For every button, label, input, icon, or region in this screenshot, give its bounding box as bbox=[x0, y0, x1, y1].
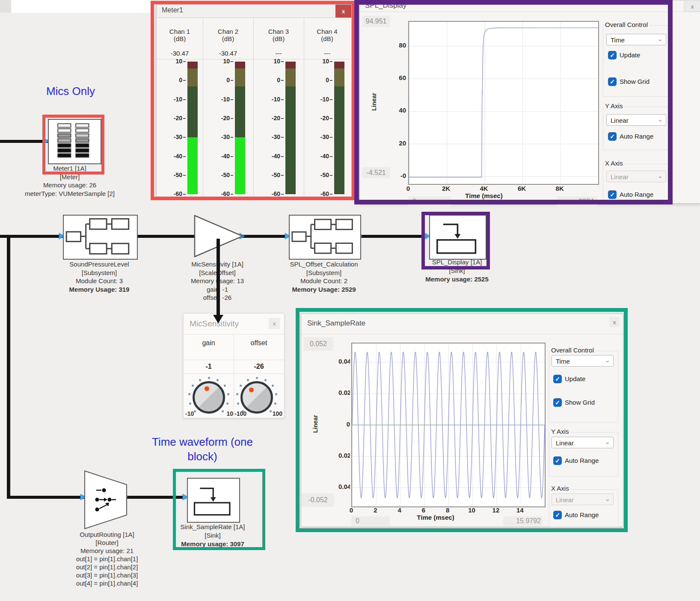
sink-plot-area[interactable] bbox=[351, 343, 546, 507]
meter-bar-channel-3: 100-10-20-30-40-50-60 bbox=[261, 58, 296, 197]
block-spl-labels: SoundPressureLevel [Subsystem] Module Co… bbox=[48, 260, 151, 293]
subsystem-icon bbox=[64, 216, 135, 257]
sink-domain-value: Time bbox=[556, 358, 570, 365]
block-sink-name: Sink_SampleRate [1A] bbox=[166, 523, 260, 531]
block-routing-out2: out[2] = pin[1].chan[2] bbox=[51, 563, 163, 571]
spl-window-title: SPL_Display bbox=[365, 1, 406, 10]
gain-min-label: -10 bbox=[185, 410, 194, 417]
block-offset-labels: SPL_Offset_Calculation [Subsystem] Modul… bbox=[268, 260, 380, 293]
block-routing-out4: out[4] = pin[1].chan[4] bbox=[51, 579, 163, 587]
sink-domain-dropdown[interactable]: Time ⌄ bbox=[552, 355, 614, 367]
gain-value: -1 bbox=[184, 360, 234, 373]
router-icon bbox=[84, 471, 127, 529]
meter1-window: Meter1 x Chan 1 (dB) Chan 2 (dB) Chan 3 … bbox=[156, 4, 352, 197]
channel-3-unit: (dB) bbox=[253, 35, 304, 42]
spl-showgrid-label: Show Grid bbox=[620, 77, 650, 86]
sink-icon bbox=[188, 479, 237, 520]
sink-y-axis-label: Linear bbox=[312, 411, 319, 437]
spl-display-window: SPL_Display x 94.951 -4.521 Linear 80604… bbox=[359, 0, 700, 204]
meter1-close-button[interactable]: x bbox=[335, 5, 351, 18]
spl-y-scale-dropdown[interactable]: Linear ⌄ bbox=[606, 114, 666, 126]
spl-y-autorange-checkbox[interactable] bbox=[608, 132, 617, 141]
block-display-memory: Memory usage: 2525 bbox=[410, 275, 504, 284]
block-display-labels: SPL_Display [1A] [Sink] Memory usage: 25… bbox=[410, 258, 504, 284]
block-offset-type: [Subsystem] bbox=[268, 269, 380, 277]
sink-x-autorange-label: Auto Range bbox=[565, 511, 599, 519]
block-meter1-metertype: meterType: VUMeterSample [2] bbox=[10, 189, 130, 198]
sink-icon bbox=[430, 216, 484, 257]
meter-bar-channel-1: 100-10-20-30-40-50-60 bbox=[163, 58, 198, 197]
sink-x-autorange-checkbox[interactable] bbox=[553, 511, 562, 519]
sink-y-autorange-checkbox[interactable] bbox=[553, 456, 562, 465]
sink-update-checkbox[interactable] bbox=[553, 375, 562, 383]
channel-1-unit: (dB) bbox=[157, 35, 203, 42]
meter-bar-channel-4: 100-10-20-30-40-50-60 bbox=[310, 58, 344, 197]
chevron-down-icon: ⌄ bbox=[657, 170, 663, 181]
block-display-type: [Sink] bbox=[410, 266, 504, 275]
sink-x-axis-group-label: X Axis bbox=[550, 485, 570, 492]
spl-y-ticks: 80604020-0 bbox=[385, 21, 406, 183]
offset-column-header: offset bbox=[234, 339, 284, 347]
block-spl-type: [Subsystem] bbox=[48, 269, 151, 277]
chevron-down-icon: ⌄ bbox=[605, 354, 610, 366]
chevron-down-icon: ⌄ bbox=[657, 33, 663, 44]
sink-x-scale-dropdown[interactable]: Linear ⌄ bbox=[552, 494, 614, 505]
spl-y-axis-label: Linear bbox=[371, 89, 377, 115]
block-routing-name: OutputRouting [1A] bbox=[51, 530, 163, 539]
block-spl-offset-calculation[interactable] bbox=[289, 215, 361, 260]
sink-y-axis-group-label: Y Axis bbox=[550, 428, 570, 435]
sink-y-scale-dropdown[interactable]: Linear ⌄ bbox=[552, 437, 614, 448]
wire-to-meter1 bbox=[0, 140, 48, 143]
gain-column-header: gain bbox=[184, 339, 234, 347]
block-offset-module-count: Module Count: 2 bbox=[268, 277, 380, 285]
spl-x-scale-value: Linear bbox=[611, 173, 629, 181]
channel-4-unit: (dB) bbox=[304, 35, 350, 42]
sink-x-ticks: 02468101214 bbox=[351, 506, 544, 514]
sink-close-button[interactable]: x bbox=[609, 317, 620, 327]
block-sound-pressure-level[interactable] bbox=[63, 215, 138, 260]
chevron-down-icon: ⌄ bbox=[657, 113, 663, 125]
sink-y-scale-value: Linear bbox=[556, 439, 574, 447]
wire-offset-to-display bbox=[359, 235, 427, 238]
sink-showgrid-checkbox[interactable] bbox=[553, 398, 562, 407]
sink-titlebar[interactable]: Sink_SampleRate bbox=[301, 314, 623, 335]
top-corner bbox=[0, 0, 11, 13]
micsens-inspector-arrow-line bbox=[217, 239, 220, 316]
sink-samplerate-window: Sink_SampleRate x 0.052 -0.052 Linear 0.… bbox=[301, 314, 623, 527]
subsystem-icon bbox=[290, 216, 359, 257]
spl-update-checkbox[interactable] bbox=[608, 51, 617, 59]
sink-showgrid-label: Show Grid bbox=[565, 398, 595, 407]
channel-2-label: Chan 2 bbox=[203, 18, 253, 35]
spl-y-scale-value: Linear bbox=[611, 117, 629, 124]
spl-showgrid-checkbox[interactable] bbox=[608, 77, 617, 86]
wire-to-router bbox=[7, 496, 84, 499]
block-routing-labels: OutputRouting [1A] [Router] Memory usage… bbox=[51, 530, 163, 587]
spl-domain-dropdown[interactable]: Time ⌄ bbox=[606, 34, 666, 45]
channel-2-unit: (dB) bbox=[203, 35, 253, 42]
meter-channel-header: Chan 2 (dB) bbox=[203, 18, 253, 48]
block-meter1[interactable] bbox=[48, 119, 101, 164]
meter1-titlebar[interactable]: Meter1 bbox=[157, 5, 351, 18]
sink-x-scale-value: Linear bbox=[556, 496, 574, 503]
spl-titlebar[interactable]: SPL_Display bbox=[360, 0, 700, 12]
spl-plot-area[interactable] bbox=[408, 21, 599, 185]
top-strip bbox=[0, 0, 151, 13]
sink-y-autorange-label: Auto Range bbox=[565, 456, 599, 465]
block-meter1-type: [Meter] bbox=[10, 173, 130, 181]
spl-x-min-box: 0 bbox=[408, 196, 451, 207]
block-spl-module-count: Module Count: 3 bbox=[48, 277, 151, 285]
offset-value: -26 bbox=[234, 360, 284, 373]
block-output-routing[interactable] bbox=[84, 471, 127, 529]
micsensitivity-close-button[interactable]: x bbox=[269, 318, 280, 329]
sink-overall-control-label: Overall Control bbox=[550, 346, 595, 354]
meter1-window-title: Meter1 bbox=[162, 6, 183, 14]
block-spl-display[interactable] bbox=[429, 215, 486, 260]
offset-min-label: -100 bbox=[234, 410, 252, 417]
channel-4-label: Chan 4 bbox=[304, 18, 350, 35]
spl-x-autorange-checkbox[interactable] bbox=[608, 190, 617, 199]
spl-y-axis-group-label: Y Axis bbox=[604, 102, 624, 110]
chevron-down-icon: ⌄ bbox=[605, 436, 610, 447]
block-sink-samplerate[interactable] bbox=[187, 478, 240, 523]
spl-x-scale-dropdown[interactable]: Linear ⌄ bbox=[606, 171, 666, 182]
spl-close-button[interactable]: x bbox=[684, 1, 700, 12]
